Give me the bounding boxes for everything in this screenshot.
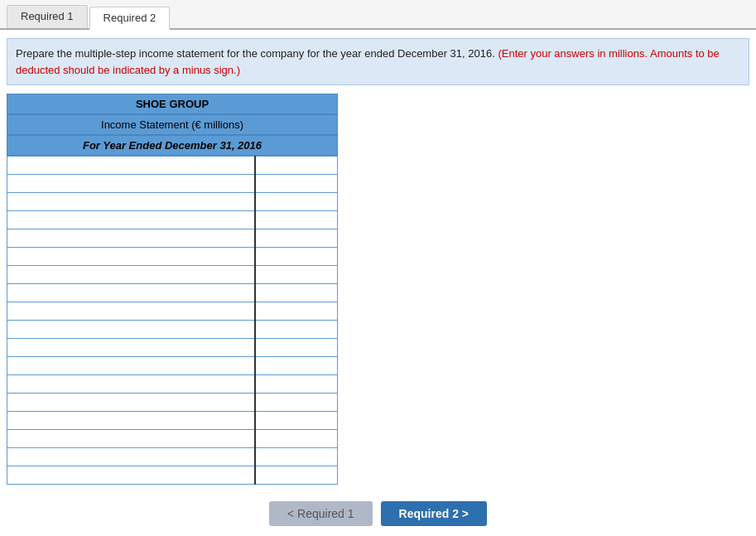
- income-statement-table: SHOE GROUP Income Statement (€ millions)…: [7, 94, 338, 485]
- value-input-10[interactable]: [259, 340, 334, 355]
- label-input-8[interactable]: [11, 304, 251, 319]
- table-subtitle: Income Statement (€ millions): [7, 114, 338, 135]
- label-input-2[interactable]: [11, 195, 251, 210]
- table-row: [7, 430, 338, 448]
- value-input-17[interactable]: [259, 468, 334, 483]
- label-input-14[interactable]: [11, 413, 251, 428]
- value-input-2[interactable]: [259, 195, 334, 210]
- instruction-box: Prepare the multiple-step income stateme…: [7, 38, 749, 85]
- value-input-9[interactable]: [259, 322, 334, 337]
- label-input-13[interactable]: [11, 395, 251, 410]
- table-row: [7, 448, 338, 466]
- value-input-7[interactable]: [259, 286, 334, 301]
- table-row: [7, 412, 338, 430]
- value-input-5[interactable]: [259, 249, 334, 264]
- value-input-0[interactable]: [259, 158, 334, 173]
- label-input-10[interactable]: [11, 340, 251, 355]
- label-input-3[interactable]: [11, 213, 251, 228]
- table-row: [7, 266, 338, 284]
- next-button[interactable]: Required 2 >: [381, 501, 487, 526]
- value-input-6[interactable]: [259, 268, 334, 282]
- label-input-5[interactable]: [11, 249, 251, 264]
- label-input-7[interactable]: [11, 286, 251, 301]
- value-input-3[interactable]: [259, 213, 334, 228]
- table-row: [7, 284, 338, 302]
- label-input-9[interactable]: [11, 322, 251, 337]
- tab-required2[interactable]: Required 2: [89, 7, 171, 30]
- label-input-0[interactable]: [11, 158, 251, 173]
- value-input-14[interactable]: [259, 413, 334, 428]
- prev-button[interactable]: < Required 1: [269, 501, 373, 526]
- value-input-8[interactable]: [259, 304, 334, 319]
- table-row: [7, 302, 338, 321]
- table-row: [7, 375, 338, 394]
- value-input-15[interactable]: [259, 432, 334, 447]
- table-title: SHOE GROUP: [7, 94, 338, 114]
- label-input-6[interactable]: [11, 268, 251, 282]
- table-row: [7, 157, 338, 175]
- table-row: [7, 175, 338, 193]
- instruction-main: Prepare the multiple-step income stateme…: [16, 47, 495, 60]
- label-input-17[interactable]: [11, 468, 251, 483]
- tab-required1[interactable]: Required 1: [7, 5, 88, 28]
- label-input-4[interactable]: [11, 231, 251, 246]
- table-row: [7, 248, 338, 266]
- bottom-navigation: < Required 1 Required 2 >: [0, 501, 756, 536]
- label-input-15[interactable]: [11, 432, 251, 447]
- data-table: [7, 156, 338, 485]
- table-row: [7, 321, 338, 339]
- label-input-1[interactable]: [11, 176, 251, 191]
- table-row: [7, 193, 338, 211]
- label-input-11[interactable]: [11, 359, 251, 374]
- value-input-12[interactable]: [259, 377, 334, 392]
- value-input-16[interactable]: [259, 450, 334, 465]
- table-period: For Year Ended December 31, 2016: [7, 135, 338, 156]
- table-row: [7, 466, 338, 485]
- table-row: [7, 339, 338, 357]
- value-input-11[interactable]: [259, 359, 334, 374]
- value-input-4[interactable]: [259, 231, 334, 246]
- table-row: [7, 211, 338, 229]
- tabs-bar: Required 1 Required 2: [0, 0, 756, 30]
- value-input-13[interactable]: [259, 395, 334, 410]
- table-row: [7, 229, 338, 248]
- table-row: [7, 357, 338, 375]
- value-input-1[interactable]: [259, 176, 334, 191]
- table-row: [7, 394, 338, 412]
- label-input-12[interactable]: [11, 377, 251, 392]
- label-input-16[interactable]: [11, 450, 251, 465]
